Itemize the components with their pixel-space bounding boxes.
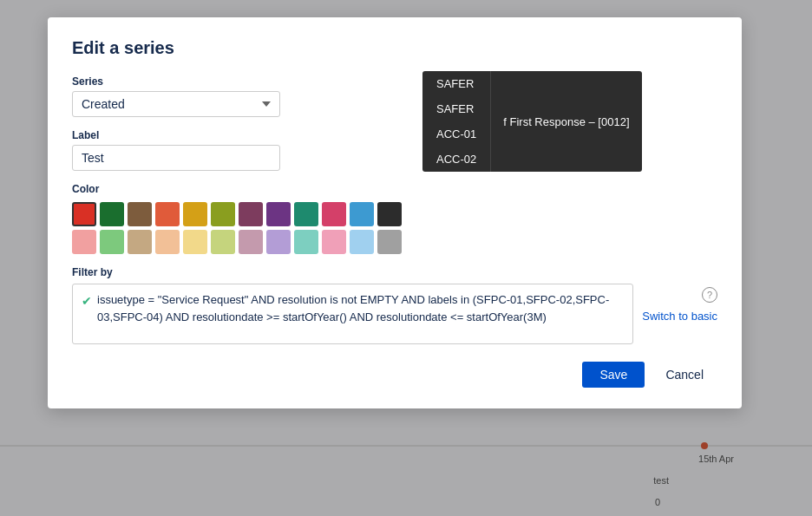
color-swatch-r2-8[interactable] [294, 230, 318, 254]
color-swatch-r2-9[interactable] [322, 230, 346, 254]
color-swatch-r2-10[interactable] [350, 230, 374, 254]
color-swatch-r1-9[interactable] [322, 202, 346, 226]
filter-row: Filter by ✔ issuetype = "Service Request… [72, 266, 717, 344]
color-swatch-r2-1[interactable] [100, 230, 124, 254]
check-icon: ✔ [82, 292, 92, 310]
color-swatch-r1-2[interactable] [128, 202, 152, 226]
color-swatch-r1-11[interactable] [377, 202, 402, 226]
color-swatch-r1-1[interactable] [100, 202, 124, 226]
color-swatch-r2-5[interactable] [211, 230, 235, 254]
filter-box[interactable]: ✔ issuetype = "Service Request" AND reso… [72, 284, 633, 344]
color-swatch-r2-3[interactable] [155, 230, 180, 254]
color-swatch-r1-10[interactable] [350, 202, 374, 226]
color-label: Color [72, 183, 717, 195]
dropdown-list: SAFER SAFER ACC-01 ACC-02 [422, 71, 490, 172]
color-swatch-r2-2[interactable] [128, 230, 152, 254]
dialog-title: Edit a series [72, 38, 717, 58]
help-icon[interactable]: ? [702, 287, 717, 303]
dropdown-item-acc01[interactable]: ACC-01 [422, 121, 490, 147]
color-row: Color [72, 183, 717, 254]
dropdown-tooltip: SAFER SAFER ACC-01 ACC-02 f First Respon… [422, 71, 642, 172]
save-button[interactable]: Save [582, 362, 645, 388]
color-swatch-r1-6[interactable] [239, 202, 263, 226]
color-swatch-r2-6[interactable] [239, 230, 263, 254]
filter-text: issuetype = "Service Request" AND resolu… [97, 291, 624, 325]
filter-label: Filter by [72, 266, 717, 278]
color-swatch-r2-0[interactable] [72, 230, 96, 254]
color-swatch-r1-7[interactable] [266, 202, 291, 226]
color-swatch-r2-11[interactable] [377, 230, 402, 254]
color-swatch-r1-5[interactable] [211, 202, 235, 226]
dropdown-extended-label: f First Response – [0012] [490, 71, 641, 172]
dialog-footer: Save Cancel [72, 362, 717, 388]
color-swatch-r2-4[interactable] [183, 230, 207, 254]
dropdown-item-safer2[interactable]: SAFER [422, 96, 490, 121]
color-swatch-r2-7[interactable] [266, 230, 291, 254]
label-input[interactable] [72, 145, 280, 171]
dropdown-item-safer1[interactable]: SAFER [422, 71, 490, 96]
color-row-2 [72, 230, 717, 254]
color-swatch-r1-8[interactable] [294, 202, 318, 226]
color-swatch-r1-3[interactable] [155, 202, 180, 226]
color-grid [72, 202, 717, 254]
color-swatch-r1-4[interactable] [183, 202, 207, 226]
series-select[interactable]: Created [72, 91, 280, 117]
switch-to-basic-link[interactable]: Switch to basic [642, 310, 717, 323]
dropdown-item-acc02[interactable]: ACC-02 [422, 147, 490, 172]
color-swatch-r1-0[interactable] [72, 202, 96, 226]
cancel-button[interactable]: Cancel [652, 362, 717, 388]
color-row-1 [72, 202, 717, 226]
